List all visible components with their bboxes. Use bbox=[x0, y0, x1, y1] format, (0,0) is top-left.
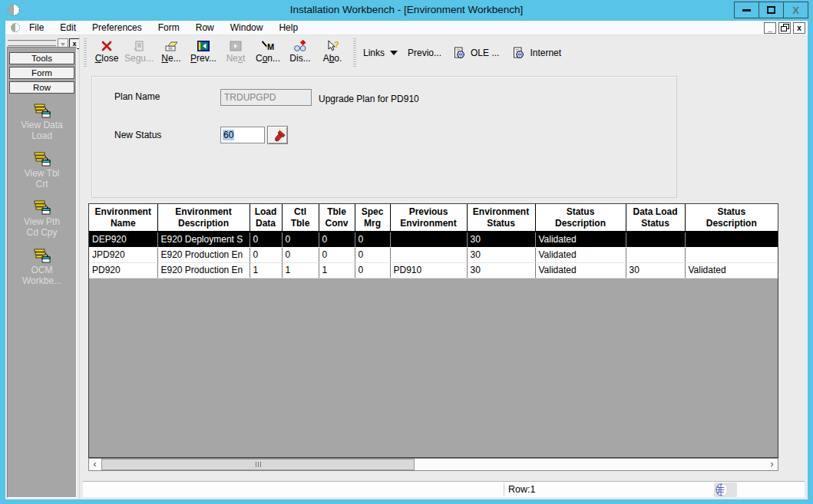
ole-icon bbox=[453, 47, 465, 59]
visual-assist-button[interactable] bbox=[267, 126, 288, 144]
grid-cell[interactable]: 1 bbox=[319, 262, 355, 278]
links-dropdown-icon[interactable] bbox=[390, 51, 398, 55]
grid-cell[interactable] bbox=[626, 247, 685, 262]
globe-icon bbox=[716, 483, 726, 496]
child-window-icon[interactable] bbox=[10, 22, 21, 33]
grid-cell[interactable]: 0 bbox=[355, 247, 390, 262]
minimize-button[interactable] bbox=[734, 2, 759, 18]
grid-cell[interactable]: 30 bbox=[626, 262, 685, 278]
grid-cell[interactable]: 30 bbox=[467, 262, 535, 278]
next-toolbar-button: Next bbox=[220, 38, 252, 68]
grid-cell[interactable]: 1 bbox=[282, 262, 319, 278]
sidebar-tab-row[interactable]: Row bbox=[9, 81, 74, 94]
grid-cell[interactable] bbox=[390, 247, 467, 262]
sidebar-item-label: View Tbl bbox=[25, 168, 60, 179]
menu-file[interactable]: File bbox=[29, 22, 44, 33]
window-title: Installation Workbench - [Environment Wo… bbox=[0, 4, 813, 15]
toolbar-grip[interactable] bbox=[84, 38, 87, 68]
grid-row[interactable]: DEP920 E920 Deployment S 0 0 0 0 30 Vali… bbox=[89, 232, 778, 247]
scrollbar-thumb[interactable] bbox=[101, 459, 415, 470]
grid-cell[interactable]: 0 bbox=[250, 247, 282, 262]
toolbar-grip[interactable] bbox=[353, 38, 356, 68]
grid-cell[interactable]: Validated bbox=[685, 262, 778, 278]
scroll-right-button[interactable]: › bbox=[766, 459, 778, 470]
close-icon bbox=[101, 40, 113, 52]
report-icon bbox=[32, 103, 52, 118]
grid-cell[interactable]: 0 bbox=[250, 232, 282, 247]
column-header: LoadData bbox=[250, 204, 282, 232]
ole-button[interactable]: OLE ... bbox=[471, 48, 499, 58]
column-header: SpecMrg bbox=[355, 204, 390, 232]
sidebar-item-label: Crt bbox=[36, 179, 48, 189]
exit-bar-grip[interactable] bbox=[8, 40, 56, 47]
grid-cell[interactable]: 0 bbox=[319, 247, 355, 262]
new-toolbar-button[interactable]: Ne... bbox=[155, 38, 187, 68]
child-restore-button[interactable] bbox=[778, 22, 791, 34]
grid-row[interactable]: JPD920 E920 Production En 0 0 0 0 30 Val… bbox=[89, 247, 778, 262]
internet-button[interactable]: Internet bbox=[530, 48, 561, 58]
sidebar-item-view-tbl-crt[interactable]: View Tbl Crt bbox=[8, 151, 76, 189]
column-header: StatusDescription bbox=[535, 204, 626, 232]
menu-row[interactable]: Row bbox=[196, 22, 214, 33]
grid-cell[interactable]: DEP920 bbox=[89, 232, 157, 247]
maximize-icon bbox=[767, 6, 775, 14]
grid-cell[interactable]: 0 bbox=[282, 247, 319, 262]
menu-window[interactable]: Window bbox=[230, 22, 263, 33]
child-minimize-button[interactable]: _ bbox=[764, 22, 776, 34]
grid-cell[interactable]: 0 bbox=[355, 262, 390, 278]
previous-link-button[interactable]: Previo... bbox=[408, 48, 441, 58]
plan-name-description: Upgrade Plan for PD910 bbox=[319, 94, 419, 104]
grid-cell[interactable]: 30 bbox=[467, 247, 535, 262]
new-status-field[interactable]: 60 bbox=[220, 127, 265, 143]
menu-edit[interactable]: Edit bbox=[60, 22, 76, 33]
grid-cell[interactable] bbox=[685, 232, 778, 247]
menu-help[interactable]: Help bbox=[279, 22, 298, 33]
sidebar-item-view-pth-cd-cpy[interactable]: View Pth Cd Cpy bbox=[8, 199, 76, 238]
about-icon: ? bbox=[326, 40, 339, 52]
menu-preferences[interactable]: Preferences bbox=[92, 22, 142, 33]
grid-cell[interactable]: JPD920 bbox=[89, 247, 157, 262]
sidebar-tab-form[interactable]: Form bbox=[9, 67, 74, 79]
maximize-button[interactable] bbox=[758, 2, 784, 18]
grid-cell[interactable]: 0 bbox=[319, 232, 355, 247]
grid-cell[interactable]: E920 Production En bbox=[157, 262, 250, 278]
sidebar-item-label: Workbe... bbox=[22, 275, 61, 286]
sidebar-item-label: Cd Cpy bbox=[26, 227, 57, 238]
previous-toolbar-button[interactable]: Prev... bbox=[187, 38, 220, 68]
grid-cell[interactable] bbox=[390, 232, 467, 247]
close-toolbar-button[interactable]: Close bbox=[91, 38, 123, 68]
links-button[interactable]: Links bbox=[363, 48, 385, 58]
grid-cell[interactable]: 30 bbox=[467, 232, 535, 247]
grid-cell[interactable] bbox=[685, 247, 778, 262]
grid-cell[interactable] bbox=[626, 232, 685, 247]
grid-cell[interactable]: 1 bbox=[250, 262, 282, 278]
child-close-button[interactable]: x bbox=[793, 22, 805, 34]
chevron-down-icon bbox=[61, 43, 65, 46]
grid-cell[interactable]: E920 Deployment S bbox=[157, 232, 250, 247]
links-toolbar: Links Previo... OLE ... Internet bbox=[363, 38, 561, 68]
about-toolbar-button[interactable]: ? Abo. bbox=[316, 38, 349, 68]
sidebar-item-ocm-workbench[interactable]: OCM Workbe... bbox=[8, 248, 76, 286]
close-window-button[interactable]: X bbox=[783, 2, 808, 18]
application-window: Installation Workbench - [Environment Wo… bbox=[0, 0, 813, 504]
grid-horizontal-scrollbar[interactable]: ‹ › bbox=[88, 458, 778, 471]
previous-icon bbox=[197, 40, 210, 52]
form-header-panel: Plan Name TRDUPGPD Upgrade Plan for PD91… bbox=[91, 76, 677, 198]
display-toolbar-button[interactable]: Dis... bbox=[284, 38, 316, 68]
grid-cell[interactable]: 0 bbox=[282, 232, 319, 247]
grid-cell[interactable]: PD910 bbox=[390, 262, 467, 278]
grid-cell[interactable]: E920 Production En bbox=[157, 247, 250, 262]
sidebar-item-view-data-load[interactable]: View Data Load bbox=[8, 103, 76, 141]
grid-cell[interactable]: 0 bbox=[355, 232, 390, 247]
connections-toolbar-button[interactable]: M Con... bbox=[252, 38, 284, 68]
menu-form[interactable]: Form bbox=[158, 22, 180, 33]
grid-cell[interactable]: Validated bbox=[535, 262, 626, 278]
grid-cell[interactable]: Validated bbox=[535, 247, 626, 262]
sidebar-tab-tools[interactable]: Tools bbox=[9, 52, 74, 64]
grid-row[interactable]: PD920 E920 Production En 1 1 1 0 PD910 3… bbox=[89, 262, 778, 278]
toolbar: Close Segu... Ne... bbox=[84, 38, 561, 70]
sidebar-item-label: View Pth bbox=[24, 216, 60, 227]
scroll-left-button[interactable]: ‹ bbox=[89, 459, 101, 470]
grid-cell[interactable]: Validated bbox=[535, 232, 626, 247]
grid-cell[interactable]: PD920 bbox=[89, 262, 157, 278]
